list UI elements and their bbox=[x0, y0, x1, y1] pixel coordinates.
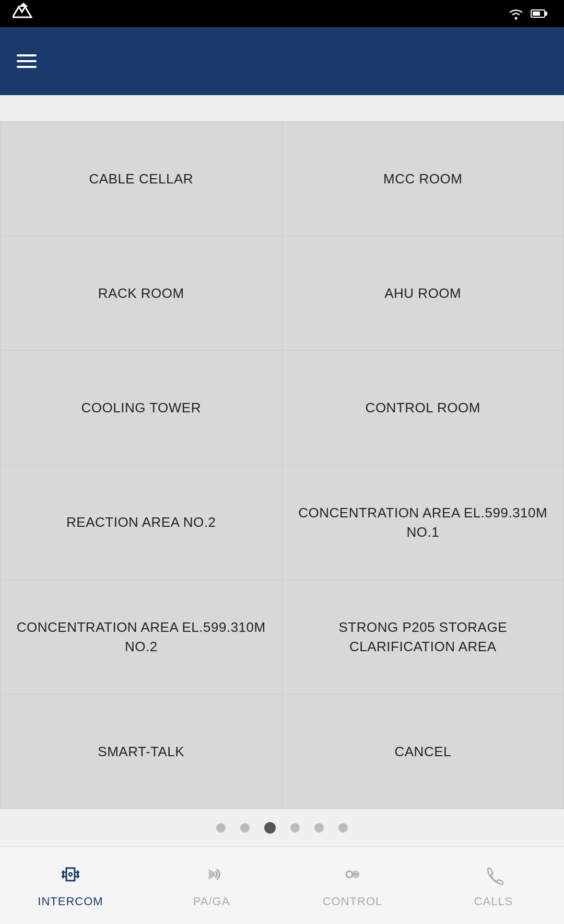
nav-item-control[interactable]: CONTROL bbox=[282, 847, 423, 924]
nav-item-pa-ga[interactable]: PA/GA bbox=[141, 847, 282, 924]
nav-label-intercom: INTERCOM bbox=[38, 895, 103, 908]
pagination-dot-1[interactable] bbox=[216, 823, 226, 833]
pa-ga-icon bbox=[200, 863, 223, 891]
grid-cell-strong-p205[interactable]: STRONG P205 STORAGE CLARIFICATION AREA bbox=[283, 580, 565, 695]
pagination-dot-3[interactable] bbox=[264, 822, 276, 834]
grid-cell-cable-cellar[interactable]: CABLE CELLAR bbox=[1, 122, 283, 236]
intercom-icon bbox=[59, 863, 82, 891]
grid-cell-label-concentration-2: CONCENTRATION AREA EL.599.310M NO.2 bbox=[11, 618, 272, 656]
control-icon bbox=[341, 863, 364, 891]
battery-icon bbox=[531, 9, 545, 18]
grid-cell-cancel[interactable]: CANCEL bbox=[283, 695, 565, 809]
pagination-dot-6[interactable] bbox=[338, 823, 348, 833]
grid-cell-label-cable-cellar: CABLE CELLAR bbox=[89, 169, 193, 188]
grid-cell-concentration-1[interactable]: CONCENTRATION AREA EL.599.310M NO.1 bbox=[283, 466, 565, 580]
svg-point-3 bbox=[69, 873, 72, 876]
svg-point-4 bbox=[346, 871, 352, 877]
app-header bbox=[0, 27, 564, 95]
nav-label-pa-ga: PA/GA bbox=[193, 895, 230, 908]
grid-cell-label-strong-p205: STRONG P205 STORAGE CLARIFICATION AREA bbox=[293, 618, 554, 656]
nav-item-intercom[interactable]: INTERCOM bbox=[0, 847, 141, 924]
svg-point-2 bbox=[515, 17, 518, 20]
grid-cell-label-control-room: CONTROL ROOM bbox=[366, 398, 480, 417]
pagination bbox=[0, 809, 564, 847]
grid-cell-ahu-room[interactable]: AHU ROOM bbox=[283, 236, 565, 351]
nav-label-control: CONTROL bbox=[323, 895, 383, 908]
bottom-nav: INTERCOM PA/GA CONTROL CALLS bbox=[0, 847, 564, 924]
app-logo-icon bbox=[13, 3, 34, 25]
grid-cell-label-cancel: CANCEL bbox=[395, 742, 451, 761]
connections-grid: CABLE CELLARMCC ROOMRACK ROOMAHU ROOMCOO… bbox=[0, 121, 564, 809]
pagination-dot-5[interactable] bbox=[314, 823, 324, 833]
svg-marker-0 bbox=[13, 7, 31, 17]
wifi-icon bbox=[508, 7, 524, 20]
svg-marker-1 bbox=[19, 3, 28, 7]
nav-label-calls: CALLS bbox=[474, 895, 513, 908]
calls-icon bbox=[482, 863, 505, 891]
pagination-dot-2[interactable] bbox=[240, 823, 250, 833]
grid-cell-smart-talk[interactable]: SMART-TALK bbox=[1, 695, 283, 809]
grid-cell-concentration-2[interactable]: CONCENTRATION AREA EL.599.310M NO.2 bbox=[1, 580, 283, 695]
menu-icon[interactable] bbox=[17, 54, 37, 68]
nav-item-calls[interactable]: CALLS bbox=[423, 847, 564, 924]
grid-cell-label-rack-room: RACK ROOM bbox=[98, 284, 184, 303]
grid-cell-rack-room[interactable]: RACK ROOM bbox=[1, 236, 283, 351]
grid-cell-label-concentration-1: CONCENTRATION AREA EL.599.310M NO.1 bbox=[293, 503, 554, 541]
pagination-dot-4[interactable] bbox=[290, 823, 300, 833]
page-title-bar bbox=[0, 95, 564, 121]
grid-cell-reaction-area-2[interactable]: REACTION AREA NO.2 bbox=[1, 466, 283, 580]
status-bar bbox=[0, 0, 564, 27]
grid-cell-label-reaction-area-2: REACTION AREA NO.2 bbox=[66, 513, 216, 532]
grid-cell-control-room[interactable]: CONTROL ROOM bbox=[283, 351, 565, 465]
grid-cell-label-smart-talk: SMART-TALK bbox=[98, 742, 184, 761]
grid-cell-label-ahu-room: AHU ROOM bbox=[384, 284, 461, 303]
grid-cell-cooling-tower[interactable]: COOLING TOWER bbox=[1, 351, 283, 465]
status-bar-left bbox=[13, 3, 34, 25]
grid-cell-label-cooling-tower: COOLING TOWER bbox=[81, 398, 201, 417]
status-bar-right bbox=[508, 7, 551, 20]
grid-cell-mcc-room[interactable]: MCC ROOM bbox=[283, 122, 565, 236]
grid-cell-label-mcc-room: MCC ROOM bbox=[383, 169, 462, 188]
